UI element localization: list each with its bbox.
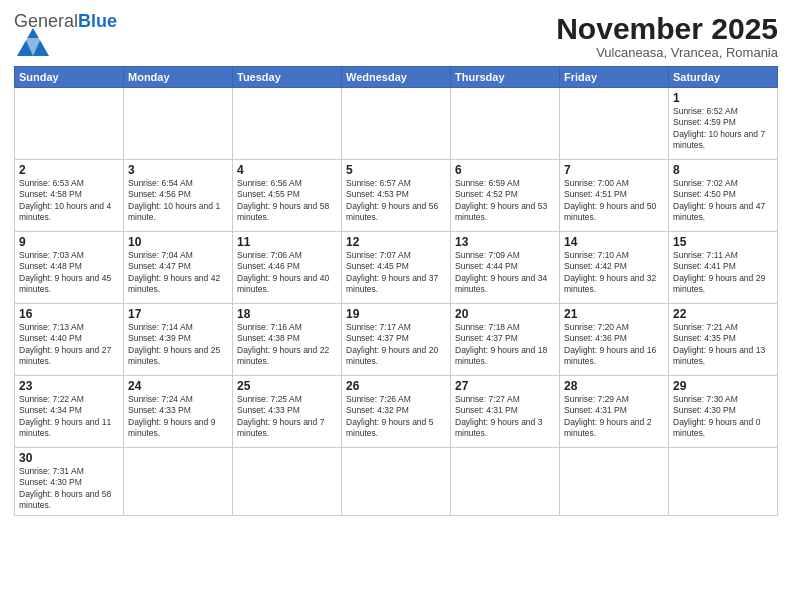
table-row: 20Sunrise: 7:18 AMSunset: 4:37 PMDayligh… xyxy=(451,304,560,376)
day-number: 26 xyxy=(346,379,446,393)
day-info: Sunrise: 7:16 AMSunset: 4:38 PMDaylight:… xyxy=(237,322,337,368)
table-row: 11Sunrise: 7:06 AMSunset: 4:46 PMDayligh… xyxy=(233,232,342,304)
logo-icon xyxy=(17,28,49,56)
day-number: 1 xyxy=(673,91,773,105)
day-info: Sunrise: 6:52 AMSunset: 4:59 PMDaylight:… xyxy=(673,106,773,152)
day-number: 27 xyxy=(455,379,555,393)
day-info: Sunrise: 7:00 AMSunset: 4:51 PMDaylight:… xyxy=(564,178,664,224)
table-row: 7Sunrise: 7:00 AMSunset: 4:51 PMDaylight… xyxy=(560,160,669,232)
calendar-week-row: 9Sunrise: 7:03 AMSunset: 4:48 PMDaylight… xyxy=(15,232,778,304)
day-info: Sunrise: 7:07 AMSunset: 4:45 PMDaylight:… xyxy=(346,250,446,296)
logo: GeneralBlue xyxy=(14,12,117,62)
table-row xyxy=(233,88,342,160)
logo-blue: Blue xyxy=(78,11,117,31)
header-friday: Friday xyxy=(560,67,669,88)
table-row: 9Sunrise: 7:03 AMSunset: 4:48 PMDaylight… xyxy=(15,232,124,304)
table-row: 14Sunrise: 7:10 AMSunset: 4:42 PMDayligh… xyxy=(560,232,669,304)
month-title: November 2025 xyxy=(556,12,778,45)
weekday-header-row: Sunday Monday Tuesday Wednesday Thursday… xyxy=(15,67,778,88)
day-number: 3 xyxy=(128,163,228,177)
day-info: Sunrise: 6:53 AMSunset: 4:58 PMDaylight:… xyxy=(19,178,119,224)
day-number: 29 xyxy=(673,379,773,393)
day-number: 21 xyxy=(564,307,664,321)
day-info: Sunrise: 6:54 AMSunset: 4:56 PMDaylight:… xyxy=(128,178,228,224)
table-row xyxy=(124,88,233,160)
header-wednesday: Wednesday xyxy=(342,67,451,88)
day-number: 13 xyxy=(455,235,555,249)
day-info: Sunrise: 7:06 AMSunset: 4:46 PMDaylight:… xyxy=(237,250,337,296)
table-row xyxy=(233,448,342,516)
table-row xyxy=(451,448,560,516)
day-number: 24 xyxy=(128,379,228,393)
day-number: 18 xyxy=(237,307,337,321)
day-info: Sunrise: 7:17 AMSunset: 4:37 PMDaylight:… xyxy=(346,322,446,368)
day-number: 10 xyxy=(128,235,228,249)
day-number: 17 xyxy=(128,307,228,321)
location: Vulcaneasa, Vrancea, Romania xyxy=(556,45,778,60)
day-number: 16 xyxy=(19,307,119,321)
calendar: Sunday Monday Tuesday Wednesday Thursday… xyxy=(14,66,778,516)
day-info: Sunrise: 7:27 AMSunset: 4:31 PMDaylight:… xyxy=(455,394,555,440)
header-sunday: Sunday xyxy=(15,67,124,88)
table-row: 4Sunrise: 6:56 AMSunset: 4:55 PMDaylight… xyxy=(233,160,342,232)
table-row: 12Sunrise: 7:07 AMSunset: 4:45 PMDayligh… xyxy=(342,232,451,304)
day-info: Sunrise: 7:03 AMSunset: 4:48 PMDaylight:… xyxy=(19,250,119,296)
day-number: 4 xyxy=(237,163,337,177)
table-row xyxy=(124,448,233,516)
day-number: 30 xyxy=(19,451,119,465)
day-info: Sunrise: 7:20 AMSunset: 4:36 PMDaylight:… xyxy=(564,322,664,368)
table-row: 16Sunrise: 7:13 AMSunset: 4:40 PMDayligh… xyxy=(15,304,124,376)
day-number: 15 xyxy=(673,235,773,249)
day-number: 9 xyxy=(19,235,119,249)
table-row: 29Sunrise: 7:30 AMSunset: 4:30 PMDayligh… xyxy=(669,376,778,448)
title-area: November 2025 Vulcaneasa, Vrancea, Roman… xyxy=(556,12,778,60)
table-row xyxy=(15,88,124,160)
day-info: Sunrise: 7:02 AMSunset: 4:50 PMDaylight:… xyxy=(673,178,773,224)
day-number: 7 xyxy=(564,163,664,177)
day-info: Sunrise: 7:31 AMSunset: 4:30 PMDaylight:… xyxy=(19,466,119,512)
header-monday: Monday xyxy=(124,67,233,88)
day-info: Sunrise: 7:11 AMSunset: 4:41 PMDaylight:… xyxy=(673,250,773,296)
table-row: 5Sunrise: 6:57 AMSunset: 4:53 PMDaylight… xyxy=(342,160,451,232)
table-row xyxy=(560,448,669,516)
day-number: 5 xyxy=(346,163,446,177)
day-info: Sunrise: 7:14 AMSunset: 4:39 PMDaylight:… xyxy=(128,322,228,368)
table-row: 15Sunrise: 7:11 AMSunset: 4:41 PMDayligh… xyxy=(669,232,778,304)
table-row: 8Sunrise: 7:02 AMSunset: 4:50 PMDaylight… xyxy=(669,160,778,232)
table-row xyxy=(451,88,560,160)
table-row: 1Sunrise: 6:52 AMSunset: 4:59 PMDaylight… xyxy=(669,88,778,160)
table-row: 10Sunrise: 7:04 AMSunset: 4:47 PMDayligh… xyxy=(124,232,233,304)
day-info: Sunrise: 6:57 AMSunset: 4:53 PMDaylight:… xyxy=(346,178,446,224)
header-tuesday: Tuesday xyxy=(233,67,342,88)
day-info: Sunrise: 7:21 AMSunset: 4:35 PMDaylight:… xyxy=(673,322,773,368)
table-row xyxy=(342,448,451,516)
day-info: Sunrise: 7:30 AMSunset: 4:30 PMDaylight:… xyxy=(673,394,773,440)
table-row: 25Sunrise: 7:25 AMSunset: 4:33 PMDayligh… xyxy=(233,376,342,448)
table-row: 22Sunrise: 7:21 AMSunset: 4:35 PMDayligh… xyxy=(669,304,778,376)
day-number: 6 xyxy=(455,163,555,177)
day-info: Sunrise: 7:22 AMSunset: 4:34 PMDaylight:… xyxy=(19,394,119,440)
calendar-week-row: 1Sunrise: 6:52 AMSunset: 4:59 PMDaylight… xyxy=(15,88,778,160)
calendar-week-row: 16Sunrise: 7:13 AMSunset: 4:40 PMDayligh… xyxy=(15,304,778,376)
day-info: Sunrise: 7:29 AMSunset: 4:31 PMDaylight:… xyxy=(564,394,664,440)
table-row: 2Sunrise: 6:53 AMSunset: 4:58 PMDaylight… xyxy=(15,160,124,232)
day-number: 19 xyxy=(346,307,446,321)
day-number: 11 xyxy=(237,235,337,249)
calendar-week-row: 2Sunrise: 6:53 AMSunset: 4:58 PMDaylight… xyxy=(15,160,778,232)
table-row: 17Sunrise: 7:14 AMSunset: 4:39 PMDayligh… xyxy=(124,304,233,376)
page-header: GeneralBlue November 2025 Vulcaneasa, Vr… xyxy=(14,12,778,62)
day-number: 23 xyxy=(19,379,119,393)
header-thursday: Thursday xyxy=(451,67,560,88)
day-number: 22 xyxy=(673,307,773,321)
day-info: Sunrise: 7:25 AMSunset: 4:33 PMDaylight:… xyxy=(237,394,337,440)
day-info: Sunrise: 7:24 AMSunset: 4:33 PMDaylight:… xyxy=(128,394,228,440)
day-number: 8 xyxy=(673,163,773,177)
day-info: Sunrise: 7:10 AMSunset: 4:42 PMDaylight:… xyxy=(564,250,664,296)
table-row: 6Sunrise: 6:59 AMSunset: 4:52 PMDaylight… xyxy=(451,160,560,232)
table-row xyxy=(669,448,778,516)
day-info: Sunrise: 7:09 AMSunset: 4:44 PMDaylight:… xyxy=(455,250,555,296)
day-info: Sunrise: 7:04 AMSunset: 4:47 PMDaylight:… xyxy=(128,250,228,296)
table-row: 3Sunrise: 6:54 AMSunset: 4:56 PMDaylight… xyxy=(124,160,233,232)
table-row: 21Sunrise: 7:20 AMSunset: 4:36 PMDayligh… xyxy=(560,304,669,376)
table-row xyxy=(560,88,669,160)
